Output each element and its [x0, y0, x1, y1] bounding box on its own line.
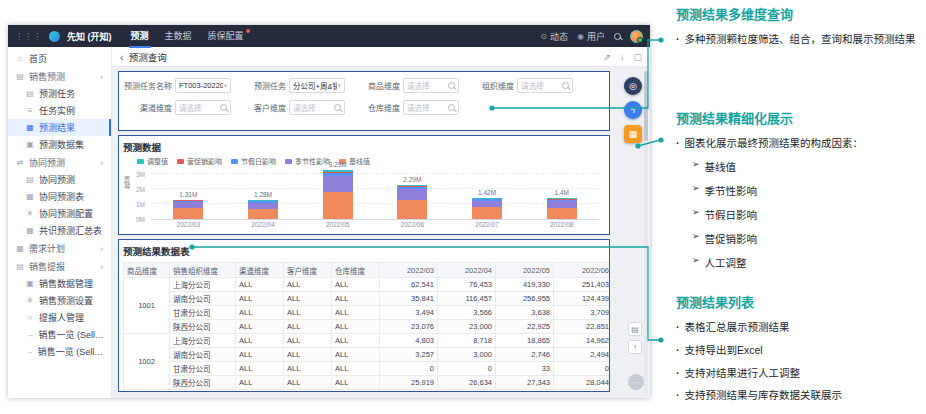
search-icon: [448, 82, 455, 89]
bar-segment: [472, 201, 502, 208]
legend-item[interactable]: 调整值: [137, 156, 168, 166]
table-cell: [554, 390, 611, 393]
topnav-item[interactable]: 主数据: [163, 25, 194, 48]
sidebar-item-sales-forecast[interactable]: ▤销售预测∧: [8, 68, 111, 85]
sidebar-item-sales-report-group[interactable]: ▤销售提报∧: [8, 258, 111, 275]
bar-slot: 1.31M: [151, 168, 226, 219]
x-tick-label: 2022/03: [151, 221, 226, 228]
filter-input[interactable]: 请选择: [289, 100, 345, 115]
sidebar-item-task-instance[interactable]: ≡任务实例: [8, 102, 111, 119]
scrollbar-thumb[interactable]: [644, 71, 648, 141]
sidebar-item-reporter-mgmt[interactable]: ○提报人管理: [8, 309, 111, 326]
chevron-down-icon: ▾: [223, 82, 227, 90]
bar-segment: [547, 208, 577, 219]
annotation-text: 图表化展示最终预测结果的构成因素：: [685, 136, 864, 152]
quick-action-fab-button[interactable]: ϟ: [624, 101, 642, 119]
legend-item[interactable]: 营促销影响: [177, 156, 222, 166]
breadcrumb-tools: ⇗ ↓ ▢: [603, 52, 642, 62]
assistant-fab-button[interactable]: ◎: [624, 77, 642, 95]
filter-input[interactable]: 请选择: [175, 100, 231, 115]
table-cell: 上海分公司: [170, 334, 236, 348]
sidebar-item-sell-in[interactable]: →销售一览 (Sell In): [8, 326, 111, 343]
filter-select[interactable]: 分公司+周&销售预测▾: [289, 78, 345, 93]
table-cell: 76,453: [438, 278, 496, 292]
table-cell: 陕西分公司: [170, 320, 236, 334]
arrow-bullet-icon: ➢: [692, 255, 700, 270]
group-code-cell: 1001: [124, 278, 170, 334]
filter-input[interactable]: 请选择: [517, 78, 573, 93]
sidebar-item-collab-forecast-table[interactable]: ▦协同预测表: [8, 188, 111, 205]
table-cell: 3,638: [496, 306, 554, 320]
chart-panel: 预测数据 调整值营促销影响节假日影响季节性影响基线值 数量 0M1M2M3M 1…: [118, 135, 610, 235]
bar-segment: [173, 208, 203, 219]
bullet-dot: ·: [676, 320, 680, 336]
arrow-bullet-icon: ➢: [692, 159, 700, 174]
legend-item[interactable]: 节假日影响: [231, 156, 276, 166]
table-cell: 18,865: [496, 334, 554, 348]
table-row: 湖南分公司ALLALLALL3,2573,0002,7462,494: [124, 348, 611, 362]
scrollbar[interactable]: [644, 71, 648, 394]
table-cell: ALL: [236, 348, 284, 362]
filter-label: 预测任务: [237, 80, 289, 91]
topbar-user[interactable]: ◉用户: [577, 30, 605, 43]
apps-fab-button[interactable]: ▦: [624, 125, 642, 143]
page: ⋮⋮⋮ 先知 (开知) 预测主数据质保配置 ⊙动态◉用户 ⌂首页▤销售预测∧▤预…: [0, 0, 926, 414]
table-cell: 2,494: [554, 348, 611, 362]
sidebar-item-label: 任务实例: [39, 104, 75, 117]
table-cell: 2,746: [496, 348, 554, 362]
x-tick-label: 2022/07: [450, 221, 525, 228]
collab-icon: ⇄: [15, 158, 25, 167]
sidebar-item-collab-forecast-config[interactable]: ✳协同预测配置: [8, 205, 111, 222]
sidebar-item-forecast-result[interactable]: ▦预测结果: [8, 119, 111, 136]
sidebar-item-sales-data-mgmt[interactable]: ▣销售数据管理: [8, 275, 111, 292]
fullscreen-icon[interactable]: ▢: [633, 52, 642, 62]
annotation-bullet: ·支持预测结果与库存数据关联展示: [676, 388, 924, 404]
sidebar-item-forecast-dataset[interactable]: ▣预测数据集: [8, 136, 111, 153]
activity-icon: ⊙: [540, 32, 547, 41]
share-icon[interactable]: ⇗: [603, 52, 611, 62]
table-cell: 33: [496, 362, 554, 376]
bar-total-label: 1.4M: [524, 189, 599, 196]
avatar[interactable]: [630, 30, 643, 43]
table-cell: ALL: [332, 376, 380, 390]
topbar-activity[interactable]: ⊙动态: [540, 30, 568, 43]
annotation-title: 预测结果精细化展示: [676, 108, 924, 127]
sidebar-item-consensus-summary[interactable]: ▦共识预测汇总表: [8, 222, 111, 239]
table-cell: 419,330: [496, 278, 554, 292]
x-axis-ticks: 2022/032022/042022/052022/062022/072022/…: [151, 221, 599, 228]
arrow-icon: →: [25, 330, 34, 339]
search-icon[interactable]: [614, 33, 621, 40]
sidebar-item-collab-forecast-group[interactable]: ⇄协同预测∧: [8, 154, 111, 171]
help-chat-button[interactable]: ···: [628, 374, 644, 390]
filter-field: 仓库维度请选择: [351, 100, 459, 115]
sidebar-item-forecast-task[interactable]: ▤预测任务: [8, 85, 111, 102]
stacked-bar: [547, 198, 577, 219]
sidebar-item-home[interactable]: ⌂首页: [8, 50, 111, 67]
table-cell: ALL: [236, 306, 284, 320]
filter-input[interactable]: 请选择: [403, 100, 459, 115]
chart-title: 预测数据: [123, 140, 605, 154]
legend-swatch: [285, 159, 292, 164]
table-cell: 22,851: [554, 320, 611, 334]
table-cell: 8,718: [438, 334, 496, 348]
sidebar-item-demand-plan[interactable]: ▦需求计划∧: [8, 240, 111, 257]
sidebar-item-sell-out[interactable]: →销售一览 (Sell Out): [8, 343, 111, 360]
download-icon[interactable]: ↓: [620, 52, 625, 62]
sidebar-item-label: 预测结果: [39, 121, 75, 134]
bar-slot: 1.42M: [450, 168, 525, 219]
sidebar-item-label: 销售预测: [29, 70, 65, 83]
back-icon[interactable]: ‹: [120, 51, 124, 63]
back-to-top-icon[interactable]: ↑: [628, 340, 642, 354]
filter-input[interactable]: 请选择: [403, 78, 459, 93]
feedback-icon[interactable]: ▤: [628, 322, 642, 336]
filter-select[interactable]: FT003-202203-01▾: [175, 78, 231, 93]
sidebar: ⌂首页▤销售预测∧▤预测任务≡任务实例▦预测结果▣预测数据集⇄协同预测∧▤协同预…: [8, 47, 112, 398]
sidebar-item-collab-forecast[interactable]: ▤协同预测: [8, 171, 111, 188]
table-icon: ▦: [25, 226, 35, 235]
topnav-item[interactable]: 质保配置: [206, 25, 252, 48]
app-grid-icon[interactable]: ⋮⋮⋮: [15, 32, 42, 41]
filter-value: 分公司+周&销售预测: [293, 80, 337, 91]
sidebar-item-sales-forecast-settings[interactable]: ✳销售预测设置: [8, 292, 111, 309]
legend-label: 节假日影响: [241, 156, 276, 166]
topnav-item[interactable]: 预测: [129, 25, 151, 48]
